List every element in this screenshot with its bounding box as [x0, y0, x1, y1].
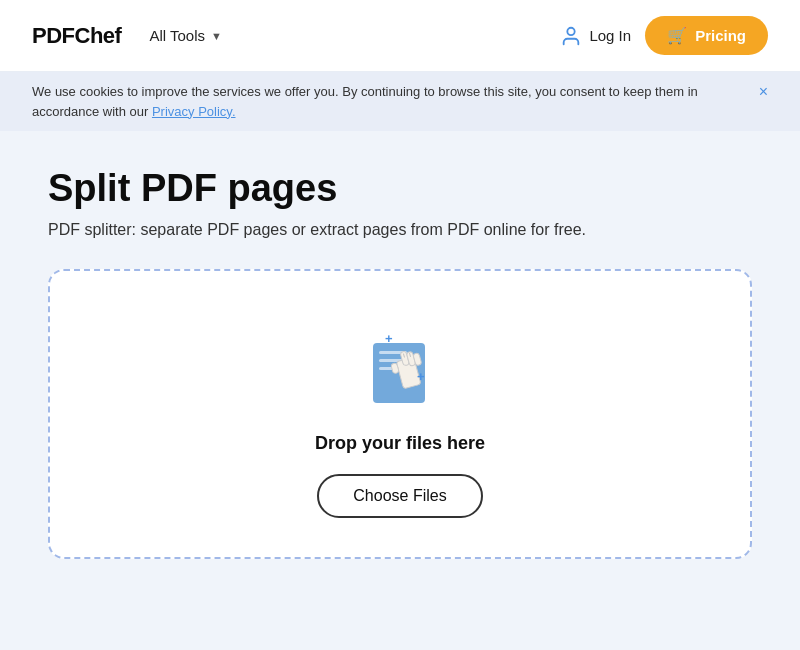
pricing-label: Pricing [695, 27, 746, 44]
user-icon [560, 25, 582, 47]
header-left: PDFChef All Tools ▼ [32, 23, 222, 49]
login-button[interactable]: Log In [560, 25, 631, 47]
upload-svg: + + [345, 313, 455, 413]
all-tools-button[interactable]: All Tools ▼ [149, 27, 221, 44]
file-upload-illustration: + + [345, 313, 455, 413]
page-subtitle: PDF splitter: separate PDF pages or extr… [48, 221, 752, 239]
login-label: Log In [589, 27, 631, 44]
drop-zone[interactable]: + + Drop your files here Choose Files [48, 269, 752, 559]
logo: PDFChef [32, 23, 121, 49]
cookie-text: We use cookies to improve the services w… [32, 82, 759, 121]
svg-text:+: + [385, 331, 393, 346]
page-title: Split PDF pages [48, 167, 752, 211]
cookie-close-button[interactable]: × [759, 83, 768, 101]
cart-icon: 🛒 [667, 26, 687, 45]
cookie-message: We use cookies to improve the services w… [32, 84, 698, 119]
pricing-button[interactable]: 🛒 Pricing [645, 16, 768, 55]
svg-text:+: + [417, 369, 425, 384]
main-content: Split PDF pages PDF splitter: separate P… [0, 131, 800, 589]
all-tools-label: All Tools [149, 27, 205, 44]
drop-label: Drop your files here [315, 433, 485, 454]
header-right: Log In 🛒 Pricing [560, 16, 768, 55]
privacy-policy-link[interactable]: Privacy Policy. [152, 104, 236, 119]
cookie-banner: We use cookies to improve the services w… [0, 72, 800, 131]
svg-point-0 [568, 27, 575, 34]
header: PDFChef All Tools ▼ Log In 🛒 Pricing [0, 0, 800, 72]
chevron-down-icon: ▼ [211, 30, 222, 42]
choose-files-button[interactable]: Choose Files [317, 474, 482, 518]
